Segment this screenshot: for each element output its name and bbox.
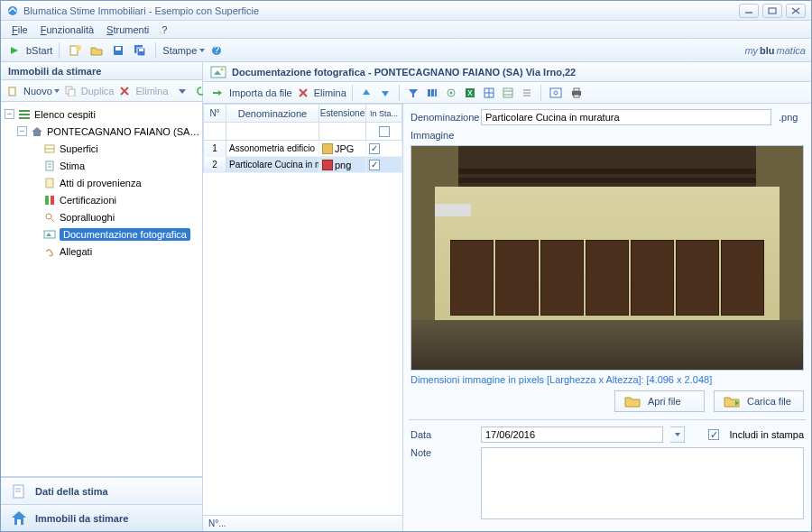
play-icon[interactable] <box>6 42 23 59</box>
nuovo-button[interactable]: Nuovo <box>23 86 60 96</box>
tree-item-documentazione[interactable]: Documentazione fotografica <box>3 225 200 243</box>
svg-rect-33 <box>51 196 54 205</box>
save-icon[interactable] <box>109 42 127 59</box>
svg-rect-52 <box>428 89 430 96</box>
down-icon[interactable] <box>174 83 190 99</box>
nav-immobili[interactable]: Immobili da stimare <box>1 504 202 531</box>
delete-icon[interactable] <box>116 83 133 99</box>
svg-line-35 <box>51 219 54 222</box>
open-folder-icon[interactable] <box>88 42 106 59</box>
doc-icon <box>42 159 57 173</box>
notes-textarea[interactable] <box>481 447 804 519</box>
arrow-up-icon[interactable] <box>358 85 374 101</box>
tree-root[interactable]: − Elenco cespiti <box>3 105 200 123</box>
menu-funzionalita[interactable]: Funzionalità <box>35 23 99 37</box>
duplicate-icon[interactable] <box>62 83 78 99</box>
tree-property[interactable]: − PONTECAGNANO FAIANO (SA) Via Irno,22 <box>3 123 200 140</box>
elimina-button[interactable]: Elimina <box>135 86 168 96</box>
preview-icon[interactable] <box>547 85 565 101</box>
filter-icon[interactable] <box>405 85 421 101</box>
menu-file[interactable]: File <box>6 23 33 37</box>
tree-item-stima[interactable]: Stima <box>3 157 200 174</box>
nav-strip: Dati della stima Immobili da stimare <box>1 477 202 531</box>
delete-icon[interactable] <box>295 85 311 101</box>
image-preview[interactable] <box>411 145 804 371</box>
save-as-icon[interactable] <box>131 42 149 59</box>
grid-body[interactable]: 1 Assonometria edificio JPG ✓ 2 Particol… <box>203 141 402 515</box>
duplica-button[interactable]: Duplica <box>81 86 115 96</box>
svg-marker-49 <box>363 89 370 95</box>
row-checkbox[interactable]: ✓ <box>369 143 380 154</box>
includi-checkbox[interactable]: ✓ <box>708 429 719 440</box>
attach-icon <box>42 244 57 259</box>
tree-item-sopralluoghi[interactable]: Sopralluoghi <box>3 208 200 225</box>
tree-item-certificazioni[interactable]: Certificazioni <box>3 191 200 208</box>
grid-status: N°... <box>203 515 402 531</box>
svg-rect-17 <box>69 89 75 96</box>
col-n[interactable]: N° <box>203 105 226 123</box>
svg-rect-28 <box>46 161 53 170</box>
minimize-button[interactable] <box>739 4 759 18</box>
svg-rect-62 <box>503 88 512 97</box>
tree[interactable]: − Elenco cespiti − PONTECAGNANO FAIANO (… <box>1 102 202 477</box>
arrow-down-icon[interactable] <box>377 85 393 101</box>
excel-icon[interactable]: x <box>462 85 478 101</box>
new-item-icon[interactable] <box>5 83 21 99</box>
nav-dati-stima[interactable]: Dati della stima <box>1 477 202 504</box>
apri-file-button[interactable]: Apri file <box>614 390 705 412</box>
elimina-doc-button[interactable]: Elimina <box>314 87 346 98</box>
menu-help[interactable]: ? <box>156 23 172 37</box>
sidebar-title: Immobili da stimare <box>1 62 202 80</box>
carica-file-button[interactable]: Carica file <box>714 390 804 412</box>
stampe-button[interactable]: Stampe <box>162 45 205 56</box>
col-stampa[interactable]: In Sta... <box>366 105 402 123</box>
columns-icon[interactable] <box>424 85 440 101</box>
help-icon[interactable]: ? <box>208 42 225 59</box>
svg-rect-53 <box>431 89 434 96</box>
collapse-all-icon[interactable] <box>519 85 535 101</box>
svg-rect-42 <box>17 519 21 525</box>
grid-filter-row <box>203 123 402 141</box>
tool-icon[interactable] <box>443 85 459 101</box>
house-icon <box>30 124 44 139</box>
grid2-icon[interactable] <box>500 85 516 101</box>
col-denominazione[interactable]: Denominazione <box>226 105 319 123</box>
import-icon[interactable] <box>208 85 226 101</box>
tree-item-allegati[interactable]: Allegati <box>3 243 200 260</box>
denominazione-input[interactable] <box>481 109 771 125</box>
grid-icon[interactable] <box>481 85 497 101</box>
table-row[interactable]: 2 Particolare Cucina in muratura png ✓ <box>203 157 402 173</box>
label-data: Data <box>411 429 474 440</box>
row-checkbox[interactable]: ✓ <box>369 160 380 170</box>
cert-icon <box>42 193 57 207</box>
doc-icon <box>10 482 28 500</box>
data-input[interactable] <box>481 427 663 443</box>
detail-pane: Denominazione .png Immagine <box>403 104 811 531</box>
tree-item-atti[interactable]: Atti di provenienza <box>3 174 200 191</box>
file-type-icon <box>322 143 333 154</box>
maximize-button[interactable] <box>762 4 782 18</box>
date-picker-button[interactable] <box>670 427 685 443</box>
print-icon[interactable] <box>567 85 586 101</box>
app-window: Blumatica Stime Immobiliari - Esempio co… <box>0 0 812 532</box>
main-toolbar: bStart Stampe ? myblumatica <box>1 39 811 62</box>
open-folder-icon <box>624 395 641 408</box>
body: Immobili da stimare Nuovo Duplica Elimin… <box>1 62 811 531</box>
new-doc-icon[interactable] <box>66 42 84 59</box>
table-row[interactable]: 1 Assonometria edificio JPG ✓ <box>203 141 402 157</box>
col-estensione[interactable]: Estensione <box>319 105 366 123</box>
bstart-button[interactable]: bStart <box>26 45 52 56</box>
chevron-down-icon <box>675 433 680 436</box>
svg-rect-71 <box>574 88 579 91</box>
filter-checkbox[interactable] <box>379 126 390 137</box>
label-denominazione: Denominazione <box>411 112 474 123</box>
collapse-icon[interactable]: − <box>5 109 14 119</box>
list-icon <box>17 107 32 122</box>
menu-strumenti[interactable]: Strumenti <box>101 23 154 37</box>
filter-input[interactable] <box>226 124 318 139</box>
importa-button[interactable]: Importa da file <box>229 87 292 98</box>
close-button[interactable] <box>786 4 806 18</box>
collapse-icon[interactable]: − <box>17 126 27 136</box>
svg-rect-12 <box>139 49 143 51</box>
tree-item-superfici[interactable]: Superfici <box>3 140 200 157</box>
